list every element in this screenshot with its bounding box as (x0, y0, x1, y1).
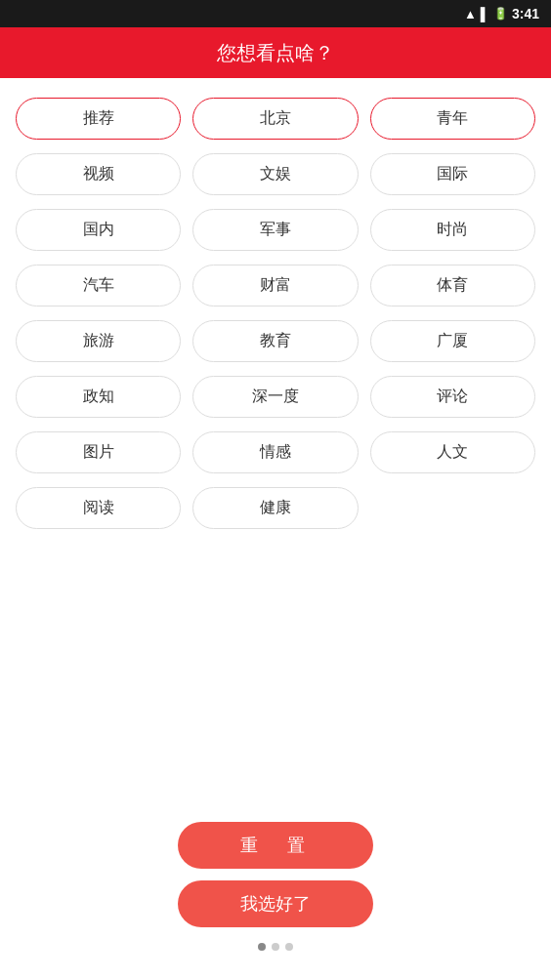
tag-item-guonei[interactable]: 国内 (16, 209, 181, 251)
tag-item-pinglun[interactable]: 评论 (370, 376, 535, 418)
status-icons: ▲ ▌ 🔋 3:41 (464, 6, 539, 21)
tag-item-zhengzhi[interactable]: 政知 (16, 376, 181, 418)
tag-item-yuedu[interactable]: 阅读 (16, 487, 181, 529)
reset-button[interactable]: 重 置 (178, 822, 373, 869)
tag-item-beijing[interactable]: 北京 (192, 98, 358, 140)
tag-item-renwen[interactable]: 人文 (370, 431, 535, 473)
tag-item-jiankang[interactable]: 健康 (192, 487, 358, 529)
tags-grid: 推荐北京青年视频文娱国际国内军事时尚汽车财富体育旅游教育广厦政知深一度评论图片情… (16, 98, 535, 529)
signal-icon: ▌ (481, 7, 489, 21)
tag-item-shipin[interactable]: 视频 (16, 153, 181, 195)
pagination-dots (258, 943, 293, 951)
tag-item-tuijian[interactable]: 推荐 (16, 98, 181, 140)
tag-item-junshi[interactable]: 军事 (192, 209, 358, 251)
status-time: 3:41 (512, 6, 539, 21)
tag-item-lvyou[interactable]: 旅游 (16, 320, 181, 362)
header-title: 您想看点啥？ (217, 40, 334, 66)
tag-item-shengyidu[interactable]: 深一度 (192, 376, 358, 418)
tag-item-qingnian[interactable]: 青年 (370, 98, 535, 140)
tag-item-shishang[interactable]: 时尚 (370, 209, 535, 251)
pagination-dot-2 (285, 943, 293, 951)
confirm-button[interactable]: 我选好了 (178, 880, 373, 927)
tag-item-guoji[interactable]: 国际 (370, 153, 535, 195)
tag-item-tupian[interactable]: 图片 (16, 431, 181, 473)
tag-item-qiche[interactable]: 汽车 (16, 265, 181, 306)
pagination-dot-1 (272, 943, 279, 951)
wifi-icon: ▲ (464, 7, 477, 21)
content-area: 推荐北京青年视频文娱国际国内军事时尚汽车财富体育旅游教育广厦政知深一度评论图片情… (0, 78, 551, 980)
battery-icon: 🔋 (493, 7, 508, 20)
pagination-dot-0 (258, 943, 266, 951)
tag-item-wenyu[interactable]: 文娱 (192, 153, 358, 195)
header: 您想看点啥？ (0, 27, 551, 78)
tag-item-qinggan[interactable]: 情感 (192, 431, 358, 473)
tag-item-caifu[interactable]: 财富 (192, 265, 358, 306)
bottom-area: 重 置 我选好了 (16, 822, 535, 970)
tag-item-tiyu[interactable]: 体育 (370, 265, 535, 306)
status-bar: ▲ ▌ 🔋 3:41 (0, 0, 551, 27)
tag-item-jiaoyu[interactable]: 教育 (192, 320, 358, 362)
tag-item-guangsha[interactable]: 广厦 (370, 320, 535, 362)
